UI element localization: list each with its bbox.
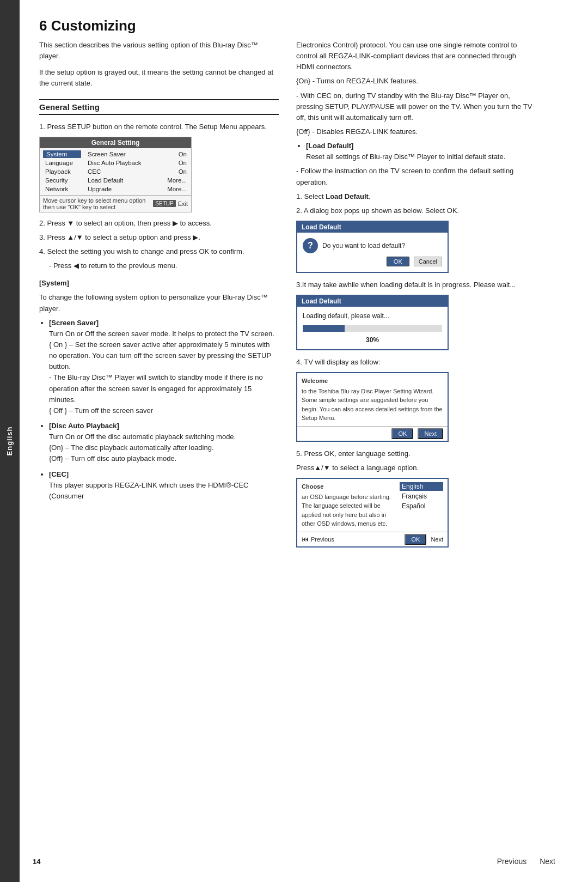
welcome-ok-button[interactable]: OK — [391, 428, 413, 439]
gs-row-security: Security — [43, 177, 81, 184]
prev-icon: ⏮ — [302, 535, 309, 543]
step-4b-text: - Press ◀ to return to the previous menu… — [39, 260, 279, 271]
step3-loading: 3.It may take awhile when loading defaul… — [296, 279, 536, 290]
gs-row-network: Network — [43, 185, 81, 193]
gs-row-playback: Playback — [43, 168, 81, 175]
choose-desc: an OSD language before starting.The lang… — [302, 492, 395, 528]
cec-cont: Electronics Control) protocol. You can u… — [296, 40, 536, 72]
gs-row-cec: CEC On — [87, 168, 188, 175]
screen-saver-desc: Turn On or Off the screen saver mode. It… — [49, 330, 274, 338]
gs-exit-btn[interactable]: Exit — [178, 200, 188, 207]
choose-title: Choose — [302, 482, 395, 491]
intro-paragraph-2: If the setup option is grayed out, it me… — [39, 67, 279, 89]
intro-paragraph-1: This section describes the various setti… — [39, 40, 279, 62]
disc-auto-list: [Disc Auto Playback] Turn On or Off the … — [39, 421, 279, 465]
cec-on2: - With CEC on, during TV standby with th… — [296, 90, 536, 123]
disc-auto-item: [Disc Auto Playback] Turn On or Off the … — [49, 421, 279, 465]
step5-text: 5. Press OK, enter language setting. — [296, 448, 536, 459]
welcome-desc: to the Toshiba Blu-ray Disc Player Setti… — [302, 387, 443, 423]
progress-bar-fill — [303, 325, 345, 332]
cec-on: {On} - Turns on REGZA-LINK features. — [296, 76, 536, 87]
welcome-next-button[interactable]: Next — [418, 428, 443, 439]
content-area: 6 Customizing This section describes the… — [20, 0, 588, 882]
dialog1-ok-button[interactable]: OK — [387, 257, 409, 266]
welcome-title: Welcome — [302, 376, 443, 386]
disc-auto-off: {Off} – Turn off disc auto playback mode… — [49, 454, 176, 463]
dialog1-cancel-button[interactable]: Cancel — [414, 257, 442, 266]
step-3-text: 3. Press ▲/▼ to select a setup option an… — [39, 232, 279, 243]
load-default-follow: - Follow the instruction on the TV scree… — [296, 166, 536, 187]
two-column-layout: This section describes the various setti… — [39, 40, 568, 849]
dialog1-question-text: Do you want to load default? — [322, 242, 405, 250]
progress-bar — [303, 325, 442, 332]
choose-body: Choose an OSD language before starting.T… — [297, 479, 448, 532]
cec-title: [CEC] — [49, 470, 69, 478]
section-system-wrapper: [System] To change the following system … — [39, 278, 279, 314]
cec-item: [CEC] This player supports REGZA-LINK wh… — [49, 469, 279, 502]
dialog1-buttons: OK Cancel — [303, 257, 442, 266]
screen-saver-item: [Screen Saver] Turn On or Off the screen… — [49, 318, 279, 416]
load-default-desc: Reset all settings of Blu-ray Disc™ Play… — [306, 153, 505, 161]
step-1-text: 1. Press SETUP button on the remote cont… — [39, 121, 279, 132]
dialog2-header: Load Default — [297, 296, 448, 307]
title-text: Customizing — [51, 17, 136, 34]
load-default-title: [Load Default] — [306, 142, 353, 150]
choose-left: Choose an OSD language before starting.T… — [302, 482, 395, 528]
gs-col-right: Screen Saver On Disc Auto Playback On CE… — [87, 150, 188, 193]
choose-ok-btn[interactable]: OK — [405, 534, 426, 545]
sidebar-language-label: English — [6, 427, 14, 456]
step-4-text: 4. Select the setting you wish to change… — [39, 246, 279, 257]
gs-table-footer: Move cursor key to select menu optionthe… — [40, 195, 191, 212]
gs-row-system: System — [43, 150, 81, 158]
choose-footer: ⏮ Previous OK Next — [297, 532, 448, 546]
step5b-text: Press▲/▼ to select a language option. — [296, 463, 536, 473]
dialog2-loading-text: Loading default, please wait... — [303, 312, 442, 320]
screen-saver-standby: - The Blu-ray Disc™ Player will switch t… — [49, 373, 263, 403]
load-default-item: [Load Default] Reset all settings of Blu… — [306, 141, 536, 162]
gs-setup-btn[interactable]: SETUP — [153, 200, 175, 207]
welcome-screen-body: Welcome to the Toshiba Blu-ray Disc Play… — [297, 373, 448, 426]
dialog2-body: Loading default, please wait... 30% — [297, 307, 448, 349]
choose-right: English Français Español — [400, 482, 443, 528]
system-section-title: [System] — [39, 278, 279, 289]
next-button[interactable]: Next — [540, 857, 555, 866]
disc-auto-on: {On} – The disc playback automatically a… — [49, 443, 214, 452]
load-default-step1: 1. Select Load Default. — [296, 191, 536, 202]
gs-row-disc-auto: Disc Auto Playback On — [87, 159, 188, 167]
load-default-step2: 2. A dialog box pops up shown as below. … — [296, 205, 536, 216]
gs-row-load-default: Load Default More... — [87, 177, 188, 184]
screen-saver-on: { On } – Set the screen saver active aft… — [49, 340, 271, 370]
step4-tv: 4. TV will display as follow: — [296, 357, 536, 368]
welcome-screen-box: Welcome to the Toshiba Blu-ray Disc Play… — [296, 372, 449, 442]
progress-label: 30% — [303, 336, 442, 344]
left-column: This section describes the various setti… — [39, 40, 279, 849]
page-number: 14 — [33, 857, 40, 866]
disc-auto-desc: Turn On or Off the disc automatic playba… — [49, 433, 236, 441]
lang-english[interactable]: English — [400, 482, 443, 491]
page-container: English 6 Customizing This section descr… — [0, 0, 588, 882]
gs-footer-text: Move cursor key to select menu optionthe… — [43, 197, 145, 210]
cec-desc: This player supports REGZA-LINK which us… — [49, 481, 248, 500]
chapter-number: 6 — [39, 17, 47, 34]
lang-espanol[interactable]: Español — [400, 502, 443, 510]
gs-col-left: System Language Playback Security Networ… — [43, 150, 81, 193]
welcome-screen-footer: OK Next — [297, 426, 448, 441]
cec-off: {Off} - Disables REGZA-LINK features. — [296, 126, 536, 137]
sidebar: English — [0, 0, 20, 882]
gs-table-header: General Setting — [40, 137, 191, 148]
screen-saver-off: { Off } – Turn off the screen saver — [49, 406, 153, 415]
gs-table-body: System Language Playback Security Networ… — [40, 148, 191, 195]
gs-row-upgrade: Upgrade More... — [87, 185, 188, 193]
next-label[interactable]: Next — [431, 536, 443, 543]
load-default-bullet: [Load Default] Reset all settings of Blu… — [296, 141, 536, 162]
choose-prev-btn[interactable]: ⏮ Previous — [302, 535, 334, 543]
load-default-dialog-2: Load Default Loading default, please wai… — [296, 295, 449, 350]
dialog1-row: ? Do you want to load default? — [303, 238, 442, 253]
lang-francais[interactable]: Français — [400, 492, 443, 501]
section-general-setting: General Setting — [39, 99, 279, 115]
previous-button[interactable]: Previous — [497, 857, 526, 866]
prev-label: Previous — [311, 536, 334, 543]
screen-saver-title: [Screen Saver] — [49, 319, 99, 327]
gs-row-language: Language — [43, 159, 81, 167]
dialog1-header: Load Default — [297, 222, 448, 233]
